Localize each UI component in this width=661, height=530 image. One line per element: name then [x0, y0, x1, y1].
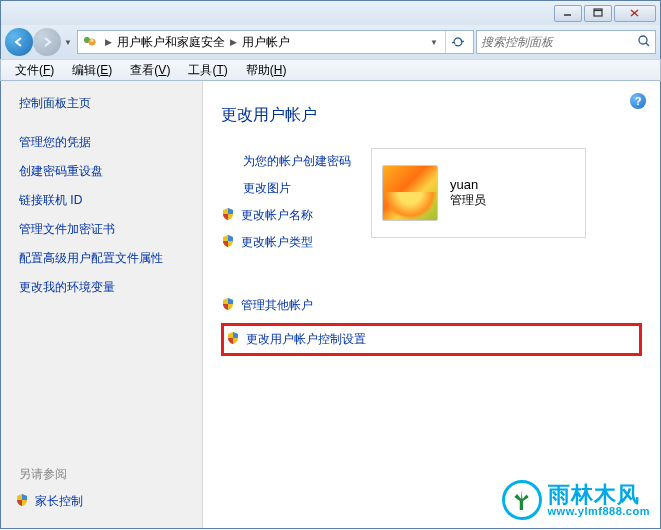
search-icon[interactable]: [637, 34, 651, 51]
search-input[interactable]: [481, 35, 637, 49]
watermark-brand: 雨林木风: [548, 484, 650, 506]
watermark: 雨林木风 www.ylmf888.com: [502, 480, 650, 520]
breadcrumb-segment[interactable]: 用户帐户: [240, 34, 292, 51]
main-content: ? 更改用户帐户 为您的帐户创建密码 更改图片 更改帐户名称 更改帐户类型: [203, 81, 660, 528]
sidebar-link-env-vars[interactable]: 更改我的环境变量: [13, 273, 190, 302]
user-accounts-icon: [82, 34, 98, 50]
menu-edit[interactable]: 编辑(E): [64, 60, 120, 81]
sidebar-link-parental[interactable]: 家长控制: [13, 489, 190, 514]
sidebar-home-link[interactable]: 控制面板主页: [13, 95, 190, 112]
watermark-url: www.ylmf888.com: [548, 506, 650, 517]
breadcrumb-arrow[interactable]: ▶: [227, 37, 240, 47]
shield-icon: [221, 297, 235, 314]
shield-icon: [221, 207, 235, 224]
shield-icon: [15, 493, 29, 510]
address-bar[interactable]: ▶ 用户帐户和家庭安全 ▶ 用户帐户 ▼: [77, 30, 474, 54]
menu-view[interactable]: 查看(V): [122, 60, 178, 81]
account-actions-group1: 为您的帐户创建密码 更改图片 更改帐户名称 更改帐户类型: [221, 148, 351, 256]
help-icon[interactable]: ?: [630, 93, 646, 109]
refresh-button[interactable]: [445, 31, 469, 53]
window-titlebar: [0, 0, 661, 25]
sidebar: 控制面板主页 管理您的凭据 创建密码重设盘 链接联机 ID 管理文件加密证书 配…: [1, 81, 203, 528]
forward-button[interactable]: [33, 28, 61, 56]
sidebar-link-password-reset-disk[interactable]: 创建密码重设盘: [13, 157, 190, 186]
body: 控制面板主页 管理您的凭据 创建密码重设盘 链接联机 ID 管理文件加密证书 配…: [0, 81, 661, 529]
sidebar-link-advanced-profile[interactable]: 配置高级用户配置文件属性: [13, 244, 190, 273]
breadcrumb-arrow[interactable]: ▶: [102, 37, 115, 47]
account-info: yuan 管理员: [450, 177, 486, 209]
shield-icon: [226, 331, 240, 348]
account-actions-group2: 管理其他帐户 更改用户帐户控制设置: [221, 292, 642, 356]
search-box: [476, 30, 656, 54]
menu-help[interactable]: 帮助(H): [238, 60, 295, 81]
link-change-account-type[interactable]: 更改帐户类型: [221, 229, 351, 256]
account-card: yuan 管理员: [371, 148, 586, 238]
sidebar-link-label: 家长控制: [35, 493, 83, 510]
avatar: [382, 165, 438, 221]
sidebar-link-credentials[interactable]: 管理您的凭据: [13, 128, 190, 157]
watermark-icon: [502, 480, 542, 520]
menubar: 文件(F) 编辑(E) 查看(V) 工具(T) 帮助(H): [0, 59, 661, 81]
link-manage-other-accounts[interactable]: 管理其他帐户: [221, 292, 642, 319]
link-change-picture[interactable]: 更改图片: [221, 175, 351, 202]
nav-buttons: ▼: [5, 28, 75, 56]
account-role: 管理员: [450, 192, 486, 209]
nav-history-dropdown[interactable]: ▼: [61, 30, 75, 54]
see-also-label: 另请参阅: [13, 462, 190, 489]
link-create-password[interactable]: 为您的帐户创建密码: [221, 148, 351, 175]
shield-icon: [221, 234, 235, 251]
address-bar-row: ▼ ▶ 用户帐户和家庭安全 ▶ 用户帐户 ▼: [0, 25, 661, 59]
link-change-uac-settings[interactable]: 更改用户帐户控制设置: [226, 329, 366, 350]
link-change-account-name[interactable]: 更改帐户名称: [221, 202, 351, 229]
breadcrumb: ▶ 用户帐户和家庭安全 ▶ 用户帐户: [102, 34, 423, 51]
sidebar-link-online-id[interactable]: 链接联机 ID: [13, 186, 190, 215]
close-button[interactable]: [614, 5, 656, 22]
account-name: yuan: [450, 177, 486, 192]
sidebar-link-encryption-certs[interactable]: 管理文件加密证书: [13, 215, 190, 244]
menu-tools[interactable]: 工具(T): [180, 60, 235, 81]
minimize-button[interactable]: [554, 5, 582, 22]
menu-file[interactable]: 文件(F): [7, 60, 62, 81]
highlight-annotation: 更改用户帐户控制设置: [221, 323, 642, 356]
svg-line-9: [646, 43, 649, 46]
address-dropdown[interactable]: ▼: [427, 30, 441, 54]
maximize-button[interactable]: [584, 5, 612, 22]
breadcrumb-segment[interactable]: 用户帐户和家庭安全: [115, 34, 227, 51]
svg-point-8: [639, 36, 647, 44]
page-title: 更改用户帐户: [221, 105, 642, 126]
svg-point-7: [91, 39, 94, 42]
back-button[interactable]: [5, 28, 33, 56]
